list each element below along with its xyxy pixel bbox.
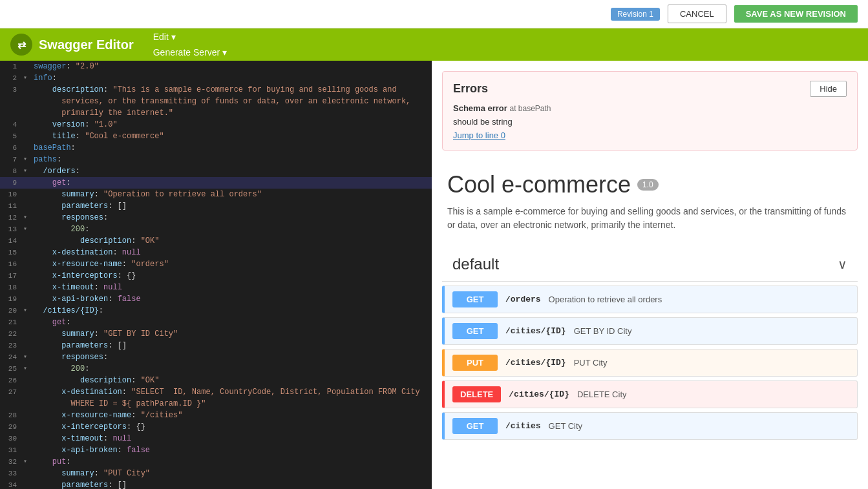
nav-item-generate-server[interactable]: Generate Server ▾: [149, 45, 231, 60]
code-content: put:: [32, 456, 432, 468]
line-number: 10: [0, 189, 23, 200]
cancel-button[interactable]: CANCEL: [668, 5, 726, 23]
code-line: 32▾ put:: [0, 456, 432, 468]
jump-to-line-link[interactable]: Jump to line 0: [453, 130, 505, 140]
code-content: get:: [32, 317, 432, 328]
code-line: 16 x-resource-name: "orders": [0, 258, 432, 270]
topbar: Revision 1 CANCEL SAVE AS NEW REVISION: [0, 0, 868, 28]
code-line: 5 title: "Cool e-commerce": [0, 130, 432, 142]
endpoint-path: /cities/{ID}: [505, 326, 566, 336]
line-number: 18: [0, 282, 23, 293]
code-line: 33 summary: "PUT City": [0, 468, 432, 479]
code-content: description: "This is a sample e-commerc…: [32, 84, 432, 96]
fold-icon[interactable]: ▾: [23, 165, 32, 177]
code-content: x-interceptors: {}: [32, 270, 432, 282]
save-as-new-revision-button[interactable]: SAVE AS NEW REVISION: [734, 5, 858, 23]
code-line: 12▾ responses:: [0, 212, 432, 224]
nav-item-file[interactable]: File ▾: [149, 14, 231, 29]
api-description: This is a sample e-commerce for buying a…: [447, 205, 852, 232]
method-badge: GET: [452, 418, 498, 434]
error-line: Schema error at basePath: [453, 102, 847, 116]
code-line: 25▾ 200:: [0, 363, 432, 375]
code-line: 23 parameters: []: [0, 340, 432, 351]
code-line: 18 x-timeout: null: [0, 282, 432, 293]
default-section-title: default: [452, 255, 499, 273]
code-content: x-resource-name: "orders": [32, 258, 432, 270]
line-number: 4: [0, 119, 23, 130]
code-content: 200:: [32, 224, 432, 235]
api-title-section: Cool e-commerce 1.0 This is a sample e-c…: [432, 161, 868, 247]
code-line: 31 x-api-broken: false: [0, 444, 432, 456]
code-content: x-destination: "SELECT ID, Name, Country…: [32, 386, 432, 398]
line-number: 29: [0, 421, 23, 433]
line-number: 27: [0, 386, 23, 398]
fold-icon[interactable]: ▾: [23, 363, 32, 375]
line-number: 31: [0, 444, 23, 456]
line-number: 30: [0, 433, 23, 444]
code-content: x-timeout: null: [32, 433, 432, 444]
endpoint-summary: DELETE City: [577, 390, 627, 399]
line-number: 24: [0, 351, 23, 363]
code-editor[interactable]: 1 swagger: "2.0"2▾info:3 description: "T…: [0, 61, 432, 489]
line-number: 28: [0, 410, 23, 421]
fold-icon[interactable]: ▾: [23, 224, 32, 235]
nav-item-edit[interactable]: Edit ▾: [149, 29, 231, 45]
code-content: summary: "PUT City": [32, 468, 432, 479]
fold-icon[interactable]: ▾: [23, 212, 32, 224]
code-line: primarily the internet.": [0, 107, 432, 119]
preview-panel: Errors Hide Schema error at basePath sho…: [432, 61, 868, 489]
endpoint-path: /orders: [505, 295, 541, 304]
code-content: description: "OK": [32, 375, 432, 386]
line-number: 23: [0, 340, 23, 351]
code-content: x-api-broken: false: [32, 293, 432, 305]
code-line: 21 get:: [0, 317, 432, 328]
code-content: x-timeout: null: [32, 282, 432, 293]
line-number: 25: [0, 363, 23, 375]
errors-header: Errors Hide: [453, 81, 847, 97]
default-section-header[interactable]: default ∨: [442, 247, 858, 282]
code-line: 29 x-interceptors: {}: [0, 421, 432, 433]
line-number: 19: [0, 293, 23, 305]
code-line: 24▾ responses:: [0, 351, 432, 363]
code-content: summary: "GET BY ID City": [32, 328, 432, 340]
line-number: 16: [0, 258, 23, 270]
hide-button[interactable]: Hide: [810, 81, 847, 97]
code-content: /cities/{ID}:: [32, 305, 432, 317]
code-line: 14 description: "OK": [0, 235, 432, 247]
code-content: title: "Cool e-commerce": [32, 130, 432, 142]
code-line: 19 x-api-broken: false: [0, 293, 432, 305]
code-line: 4 version: "1.0": [0, 119, 432, 130]
endpoint-row-get[interactable]: GET/citiesGET City: [442, 412, 858, 440]
code-line: 9 get:: [0, 177, 432, 189]
endpoint-row-delete[interactable]: DELETE/cities/{ID}DELETE City: [442, 380, 858, 408]
code-content: parameters: []: [32, 340, 432, 351]
code-content: version: "1.0": [32, 119, 432, 130]
fold-icon[interactable]: ▾: [23, 456, 32, 468]
revision-badge: Revision 1: [611, 8, 660, 21]
line-number: 22: [0, 328, 23, 340]
fold-icon[interactable]: ▾: [23, 72, 32, 84]
line-number: 32: [0, 456, 23, 468]
line-number: 5: [0, 130, 23, 142]
code-content: x-interceptors: {}: [32, 421, 432, 433]
fold-icon[interactable]: ▾: [23, 305, 32, 317]
fold-icon[interactable]: ▾: [23, 351, 32, 363]
main-content: 1 swagger: "2.0"2▾info:3 description: "T…: [0, 61, 868, 489]
line-number: 6: [0, 142, 23, 154]
line-number: 21: [0, 317, 23, 328]
code-content: description: "OK": [32, 235, 432, 247]
api-title: Cool e-commerce 1.0: [447, 171, 852, 198]
line-number: 1: [0, 61, 23, 72]
endpoints-list: GET/ordersOperation to retrieve all orde…: [442, 286, 858, 440]
fold-icon[interactable]: ▾: [23, 154, 32, 165]
code-line: 3 description: "This is a sample e-comme…: [0, 84, 432, 96]
line-number: 2: [0, 72, 23, 84]
endpoint-row-put[interactable]: PUT/cities/{ID}PUT City: [442, 349, 858, 377]
code-content: parameters: []: [32, 479, 432, 489]
line-number: 20: [0, 305, 23, 317]
endpoint-row-get[interactable]: GET/cities/{ID}GET BY ID City: [442, 317, 858, 345]
endpoint-row-get[interactable]: GET/ordersOperation to retrieve all orde…: [442, 286, 858, 313]
code-line: 11 parameters: []: [0, 200, 432, 212]
method-badge: PUT: [452, 355, 498, 371]
line-number: 26: [0, 375, 23, 386]
